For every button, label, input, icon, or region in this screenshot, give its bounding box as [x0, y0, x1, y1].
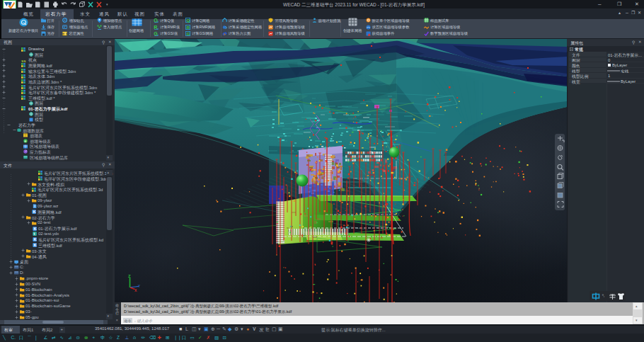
svg-text:e: e — [24, 139, 26, 143]
svg-text:K: K — [33, 237, 36, 241]
svg-text:G: G — [154, 31, 158, 36]
svg-text:t: t — [33, 232, 35, 236]
svg-text:R: R — [154, 25, 157, 30]
svg-text:ss: ss — [21, 58, 26, 62]
svg-text:-Y: -Y — [137, 284, 141, 288]
svg-text:Q: Q — [186, 18, 190, 23]
svg-text:Z: Z — [128, 274, 131, 278]
svg-text:K: K — [33, 243, 36, 247]
svg-text:G: G — [186, 32, 190, 36]
svg-text:R: R — [186, 25, 190, 30]
svg-text:K: K — [33, 227, 36, 231]
svg-text:Q: Q — [154, 18, 158, 23]
svg-text:K: K — [33, 210, 35, 214]
